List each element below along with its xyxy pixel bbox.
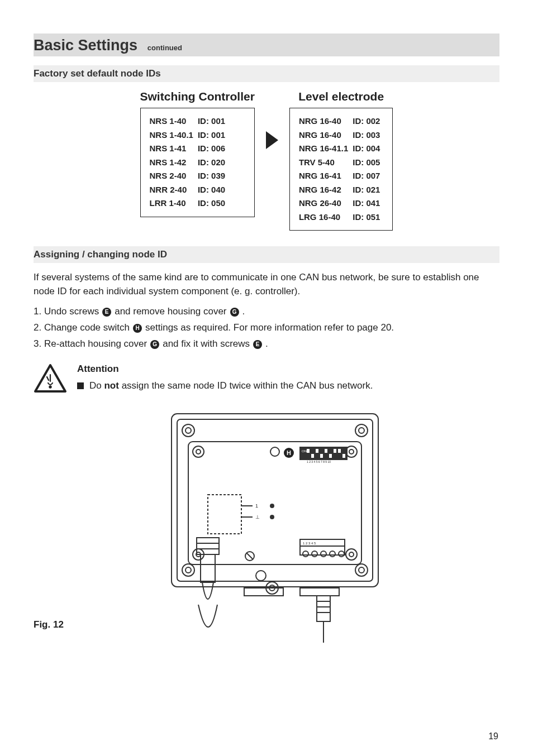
section-title: Basic Settings [34,37,137,54]
svg-point-31 [312,551,317,557]
svg-rect-59 [342,454,345,458]
svg-point-14 [196,449,201,454]
table-row: NRG 16-40ID: 002 [299,115,384,128]
step-2: 2. Change code switch H settings as requ… [34,320,499,336]
svg-point-34 [339,551,344,557]
svg-text:H: H [287,449,291,456]
svg-text:⊥: ⊥ [255,514,260,520]
svg-point-30 [303,551,308,557]
svg-point-4 [182,424,194,437]
svg-line-36 [246,553,253,559]
svg-point-33 [330,551,335,557]
table-row: NRS 2-40ID: 039 [150,170,229,183]
factory-heading-bar: Factory set default node IDs [34,65,499,82]
svg-rect-23 [208,495,241,534]
table-row: NRG 16-41ID: 007 [299,170,384,183]
table-row: LRG 16-40ID: 051 [299,211,384,224]
svg-rect-41 [300,588,339,596]
table-row: NRS 1-41ID: 006 [150,142,229,155]
svg-text:ON: ON [302,449,307,453]
assign-intro: If several systems of the same kind are … [34,271,499,298]
svg-rect-3 [177,419,373,581]
svg-rect-58 [338,449,341,453]
svg-text:1   2   3   4   5: 1 2 3 4 5 [303,542,316,545]
step-3: 3. Re-attach housing cover G and fix it … [34,336,499,352]
ref-g-icon: G [150,340,159,349]
table-row: NRG 26-40ID: 041 [299,197,384,210]
attention-text: Do not assign the same node ID twice wit… [77,380,373,391]
svg-rect-53 [316,449,318,453]
assign-heading-bar: Assigning / changing node ID [34,246,499,263]
svg-rect-46 [317,596,330,621]
ref-e-icon: E [102,308,111,317]
svg-rect-51 [307,449,310,453]
section-continued: continued [147,44,182,52]
table-row: TRV 5-40ID: 005 [299,156,384,169]
table-row: LRR 1-40ID: 050 [150,197,229,210]
device-diagram: ON 1 2 3 4 5 6 7 8 9 10 1 2 3 4 5 H 1 ⊥ [132,408,401,648]
bullet-icon [77,382,84,389]
svg-rect-42 [197,538,219,554]
controller-table: NRS 1-40ID: 001 NRS 1-40.1ID: 001 NRS 1-… [140,108,255,217]
assign-steps: 1. Undo screws E and remove housing cove… [34,304,499,352]
table-row: NRG 16-41.1ID: 004 [299,142,384,155]
svg-rect-57 [334,449,336,453]
svg-text:1 2 3 4 5 6 7 8 9 10: 1 2 3 4 5 6 7 8 9 10 [307,460,331,463]
svg-point-9 [185,567,191,573]
svg-point-7 [359,428,364,433]
table-row: NRG 16-42ID: 021 [299,184,384,197]
svg-text:1: 1 [255,503,258,509]
svg-point-10 [355,564,368,576]
svg-point-19 [346,549,357,560]
svg-point-27 [270,515,274,519]
svg-point-32 [321,551,326,557]
electrode-table: NRG 16-40ID: 002 NRG 16-40ID: 003 NRG 16… [289,108,393,231]
electrode-heading: Level electrode [289,90,393,103]
table-row: NRS 1-42ID: 020 [150,156,229,169]
svg-rect-52 [311,454,314,458]
svg-point-21 [270,447,279,456]
page-number: 19 [488,731,498,741]
svg-point-20 [349,552,354,557]
svg-rect-54 [320,454,323,458]
figure-12: Fig. 12 [34,408,499,650]
svg-point-13 [193,446,204,457]
table-row: NRG 16-40ID: 003 [299,129,384,142]
svg-point-37 [256,571,266,581]
section-heading-bar: Basic Settings continued [34,34,499,56]
svg-point-11 [359,567,364,573]
attention-icon [34,363,67,394]
node-id-tables: Switching Controller NRS 1-40ID: 001 NRS… [34,90,499,231]
table-row: NRS 1-40.1ID: 001 [150,129,229,142]
svg-rect-56 [329,454,332,458]
factory-heading: Factory set default node IDs [34,68,161,79]
controller-heading: Switching Controller [140,90,255,103]
table-row: NRR 2-40ID: 040 [150,184,229,197]
table-row: NRS 1-40ID: 001 [150,115,229,128]
assign-heading: Assigning / changing node ID [34,249,167,260]
step-1: 1. Undo screws E and remove housing cove… [34,304,499,320]
svg-point-26 [270,504,274,508]
svg-rect-55 [325,449,327,453]
ref-h-icon: H [133,324,142,333]
ref-g-icon: G [230,308,239,317]
figure-caption: Fig. 12 [34,619,64,630]
svg-point-8 [182,564,194,576]
svg-point-5 [185,428,191,433]
svg-rect-2 [172,414,378,587]
svg-point-16 [349,449,354,454]
svg-point-1 [49,386,51,387]
arrow-icon [266,90,278,190]
svg-point-6 [355,424,368,437]
ref-e-icon: E [253,340,262,349]
attention-title: Attention [77,363,373,375]
attention-block: Attention Do not assign the same node ID… [34,363,499,394]
